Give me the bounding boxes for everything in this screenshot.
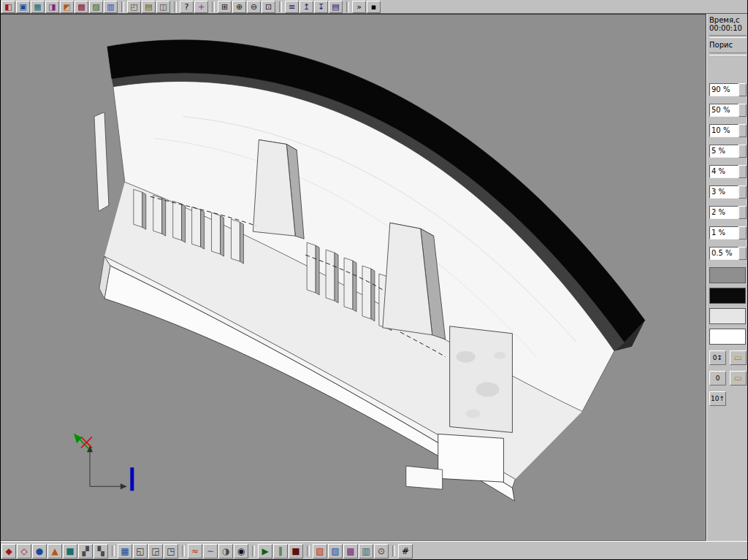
scale-up-icon[interactable]: ↥: [299, 1, 313, 13]
scale-down-icon[interactable]: ↧: [314, 1, 328, 13]
threshold-row: 4 %: [709, 165, 747, 178]
threshold-row: 50 %: [709, 104, 747, 117]
material-database-icon[interactable]: ▨: [89, 1, 103, 13]
threshold-row: 5 %: [709, 145, 747, 158]
zoom-window-icon[interactable]: ⊞: [218, 1, 232, 13]
toolbar-separator: [279, 1, 282, 12]
gating-icon[interactable]: ●: [32, 544, 47, 559]
threshold-apply-button[interactable]: [739, 226, 747, 239]
shrinkage-icon[interactable]: ◉: [234, 544, 248, 559]
threshold-field-3[interactable]: 3 %: [709, 185, 739, 199]
insulation-icon[interactable]: ▚: [94, 544, 108, 559]
mesh-view-icon[interactable]: ▦: [118, 544, 132, 559]
result-flow-icon[interactable]: ▨: [328, 544, 343, 559]
step-ten-button[interactable]: 10↑: [709, 391, 726, 406]
flow-field-icon[interactable]: ∼: [203, 544, 218, 559]
panel-controls-row-2: 0 ▭: [709, 371, 747, 386]
core-icon[interactable]: ■: [63, 544, 77, 559]
record-icon[interactable]: ▪: [367, 1, 381, 13]
threshold-apply-button[interactable]: [739, 104, 747, 117]
threshold-field-0.5[interactable]: 0.5 %: [709, 247, 739, 260]
grid-toggle-icon[interactable]: #: [398, 544, 413, 559]
open-folder-button-1[interactable]: ▭: [730, 350, 747, 365]
toolbar-separator: [307, 545, 310, 556]
import-geometry-icon[interactable]: ◨: [45, 1, 59, 13]
toolbar-separator: [212, 1, 215, 12]
zoom-out-icon[interactable]: ⊖: [247, 1, 261, 13]
panel-controls-row-1: 0↕ ▭: [709, 350, 747, 365]
time-display: Время,с 00:00:10: [709, 16, 747, 32]
threshold-field-2[interactable]: 2 %: [709, 206, 739, 219]
time-label: Время,с: [709, 16, 747, 24]
threshold-apply-button[interactable]: [739, 83, 747, 96]
results-panel: Время,с 00:00:10 Порис 90 %50 %10 %5 %4 …: [706, 14, 748, 541]
pause-simulation-icon[interactable]: ‖: [273, 544, 288, 559]
threshold-apply-button[interactable]: [739, 247, 747, 260]
temperature-field-icon[interactable]: ≈: [188, 544, 202, 559]
threshold-field-90[interactable]: 90 %: [709, 83, 739, 96]
open-project-icon[interactable]: ▣: [16, 1, 30, 13]
open-folder-button-2[interactable]: ▭: [730, 371, 747, 386]
chill-icon[interactable]: ▞: [78, 544, 93, 559]
threshold-apply-button[interactable]: [739, 124, 747, 137]
toolbar-separator: [112, 545, 115, 556]
threshold-field-4[interactable]: 4 %: [709, 165, 739, 178]
fast-forward-icon[interactable]: »: [352, 1, 366, 13]
save-project-icon[interactable]: ▦: [31, 1, 45, 13]
spin-zero-button[interactable]: 0↕: [709, 350, 726, 365]
boss-tab-1: [253, 140, 304, 239]
result-time-icon[interactable]: ⊙: [374, 544, 389, 559]
results-list-icon[interactable]: ≡: [285, 1, 299, 13]
export-geometry-icon[interactable]: ◩: [60, 1, 74, 13]
result-temperature-icon[interactable]: ▧: [313, 544, 327, 559]
view-cube-icon[interactable]: ◰: [127, 1, 141, 13]
parameter-label: Порис: [709, 41, 747, 50]
threshold-field-10[interactable]: 10 %: [709, 124, 739, 137]
color-palette-icon[interactable]: ▥: [104, 1, 118, 13]
threshold-row: 10 %: [709, 124, 747, 137]
left-end-plate: [94, 112, 109, 212]
toolbar-separator: [392, 545, 395, 556]
threshold-apply-button[interactable]: [739, 165, 747, 178]
threshold-apply-button[interactable]: [739, 185, 747, 199]
zero-button[interactable]: 0: [709, 371, 726, 386]
cavity-icon[interactable]: ◆: [1, 544, 16, 559]
legend-swatches: [709, 267, 747, 345]
threshold-field-5[interactable]: 5 %: [709, 145, 739, 158]
zoom-in-icon[interactable]: ⊕: [232, 1, 246, 13]
mesh-generator-icon[interactable]: ▩: [75, 1, 88, 13]
pick-probe-icon[interactable]: +: [194, 1, 208, 13]
riser-icon[interactable]: ▲: [47, 544, 62, 559]
result-porosity-icon[interactable]: ▩: [343, 544, 358, 559]
help-icon[interactable]: ?: [180, 1, 194, 13]
toolbar-separator: [182, 545, 185, 556]
slice-y-icon[interactable]: ◲: [148, 544, 163, 559]
divider: [709, 53, 747, 55]
legend-swatch-white[interactable]: [709, 329, 746, 345]
legend-swatch-lightgray[interactable]: [709, 308, 746, 324]
new-project-icon[interactable]: ◧: [1, 1, 15, 13]
threshold-field-1[interactable]: 1 %: [709, 226, 739, 239]
time-value: 00:00:10: [709, 24, 747, 32]
toolbar-separator: [346, 1, 349, 12]
solid-fraction-icon[interactable]: ◑: [218, 544, 233, 559]
settings-icon[interactable]: ◫: [156, 1, 170, 13]
viewport-3d[interactable]: [0, 14, 706, 541]
layer-manager-icon[interactable]: ▤: [142, 1, 156, 13]
threshold-apply-button[interactable]: [739, 206, 747, 219]
legend-swatch-gray[interactable]: [709, 267, 746, 283]
zoom-fit-icon[interactable]: ⊡: [262, 1, 275, 13]
toolbar-separator: [174, 1, 177, 12]
slice-x-icon[interactable]: ◱: [133, 544, 148, 559]
mold-icon[interactable]: ◇: [17, 544, 31, 559]
result-stress-icon[interactable]: ▥: [359, 544, 373, 559]
divider: [709, 35, 747, 38]
legend-swatch-black[interactable]: [709, 288, 746, 304]
play-simulation-icon[interactable]: ▶: [258, 544, 272, 559]
threshold-apply-button[interactable]: [739, 145, 747, 158]
threshold-row: 3 %: [709, 185, 747, 199]
stop-simulation-icon[interactable]: ■: [289, 544, 303, 559]
threshold-field-50[interactable]: 50 %: [709, 104, 739, 117]
results-table-icon[interactable]: ▤: [329, 1, 343, 13]
slice-z-icon[interactable]: ◳: [164, 544, 178, 559]
